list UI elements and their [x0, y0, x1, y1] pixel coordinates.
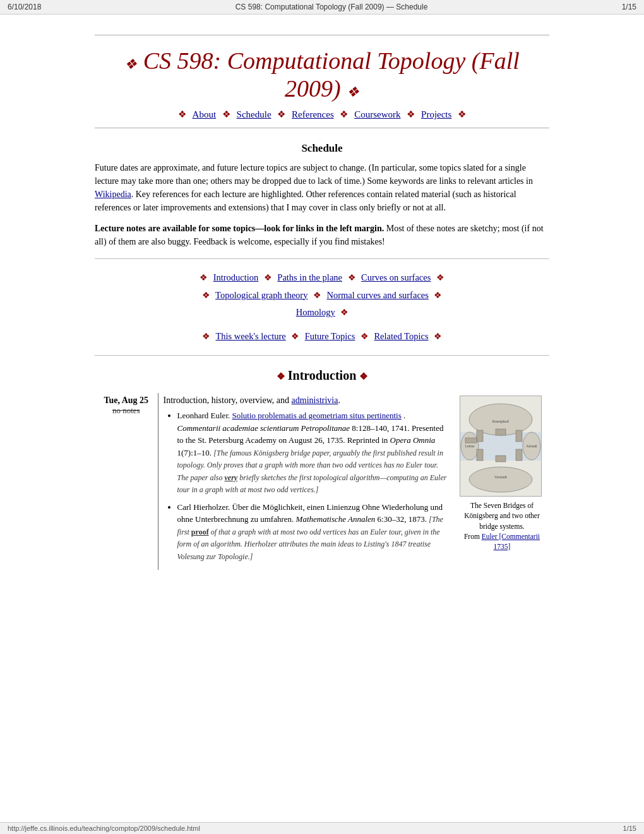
administrivia-link[interactable]: administrivia	[292, 396, 338, 405]
cat-introduction[interactable]: Introduction	[213, 272, 259, 282]
nav-row: ❖ About ❖ Schedule ❖ References ❖ Course…	[95, 109, 549, 120]
svg-rect-6	[477, 430, 483, 442]
schedule-heading: Schedule	[95, 142, 549, 155]
week-nav: ❖ This week's lecture ❖ Future Topics ❖ …	[95, 328, 549, 346]
svg-text:Kneiphof: Kneiphof	[492, 419, 510, 424]
nav-coursework[interactable]: Coursework	[354, 109, 400, 119]
cat-topo-graph[interactable]: Topological graph theory	[215, 290, 307, 300]
nav-sep-4: ❖	[407, 109, 415, 119]
intro-deco-left: ❖	[277, 372, 285, 382]
lecture-heading: Introduction, history, overview, and adm…	[164, 396, 450, 406]
euler-link[interactable]: Solutio problematis ad geometriam situs …	[232, 411, 402, 420]
euler-commentarii-link[interactable]: Euler [Commentarii 1735]	[482, 533, 540, 550]
browser-date: 6/10/2018	[8, 3, 41, 11]
divider-1	[95, 258, 549, 259]
svg-point-3	[469, 467, 532, 492]
cat-homology[interactable]: Homology	[296, 307, 335, 317]
week-future[interactable]: Future Topics	[305, 331, 355, 341]
nav-sep-3: ❖	[340, 109, 348, 119]
svg-rect-11	[496, 429, 506, 435]
intro-section-header: ❖ Introduction ❖	[95, 368, 549, 383]
svg-rect-8	[477, 449, 483, 461]
nav-rule	[95, 128, 549, 128]
svg-rect-7	[516, 430, 522, 442]
intro-deco-right: ❖	[359, 372, 367, 382]
bold-note: Lecture notes are available for some top…	[95, 222, 549, 248]
page-wrapper: ❖ CS 598: Computational Topology (Fall 2…	[76, 15, 568, 603]
svg-rect-9	[516, 449, 522, 461]
list-item: Carl Hierholzer. Über die Möglichkeit, e…	[177, 501, 450, 563]
svg-rect-10	[465, 438, 477, 443]
nav-sep-5: ❖	[458, 109, 466, 119]
title-deco-right: ❖	[347, 84, 359, 100]
main-title: ❖ CS 598: Computational Topology (Fall 2…	[95, 47, 549, 102]
browser-bar: 6/10/2018 CS 598: Computational Topology…	[0, 0, 644, 15]
no-notes-label: no notes	[100, 406, 153, 416]
bridge-caption: The Seven Bridges of Königsberg and two …	[460, 500, 544, 551]
table-row: Tue, Aug 25 no notes Introduction, histo…	[95, 393, 549, 570]
title-deco-left: ❖	[124, 56, 137, 72]
refs-list: Leonhard Euler. Solutio problematis ad g…	[164, 409, 450, 562]
title-text: CS 598: Computational Topology (Fall 200…	[143, 47, 520, 102]
nav-sep-0: ❖	[178, 109, 186, 119]
intro-paragraph: Future dates are approximate, and future…	[95, 161, 549, 214]
svg-text:Lomse: Lomse	[465, 444, 475, 448]
week-related[interactable]: Related Topics	[374, 331, 428, 341]
date-cell: Tue, Aug 25 no notes	[95, 393, 158, 570]
browser-page: 1/15	[622, 3, 636, 11]
nav-schedule[interactable]: Schedule	[237, 109, 271, 119]
cat-normal-curves[interactable]: Normal curves and surfaces	[326, 290, 428, 300]
nav-sep-1: ❖	[222, 109, 230, 119]
lecture-table: Tue, Aug 25 no notes Introduction, histo…	[95, 393, 549, 570]
lecture-content-cell: Introduction, history, overview, and adm…	[158, 393, 455, 570]
top-rule	[95, 35, 549, 35]
bridge-image: Kneiphof Vorstadt Lomse Altstadt	[460, 396, 542, 497]
nav-projects[interactable]: Projects	[421, 109, 451, 119]
bridge-svg: Kneiphof Vorstadt Lomse Altstadt	[460, 397, 541, 495]
svg-text:Altstadt: Altstadt	[526, 444, 537, 448]
svg-text:Vorstadt: Vorstadt	[494, 475, 507, 479]
browser-title: CS 598: Computational Topology (Fall 200…	[236, 3, 428, 11]
list-item: Leonhard Euler. Solutio problematis ad g…	[177, 409, 450, 496]
nav-about[interactable]: About	[193, 109, 217, 119]
date-label: Tue, Aug 25	[100, 396, 153, 406]
cat-paths-plane[interactable]: Paths in the plane	[277, 272, 342, 282]
nav-sep-2: ❖	[277, 109, 285, 119]
nav-references[interactable]: References	[292, 109, 334, 119]
cat-curves-surfaces[interactable]: Curves on surfaces	[361, 272, 431, 282]
wikipedia-link[interactable]: Wikipedia	[95, 190, 131, 199]
week-this[interactable]: This week's lecture	[215, 331, 285, 341]
divider-2	[95, 355, 549, 356]
category-nav: ❖ Introduction ❖ Paths in the plane ❖ Cu…	[95, 269, 549, 322]
svg-rect-12	[496, 456, 506, 462]
image-cell: Kneiphof Vorstadt Lomse Altstadt The Sev…	[455, 393, 549, 570]
